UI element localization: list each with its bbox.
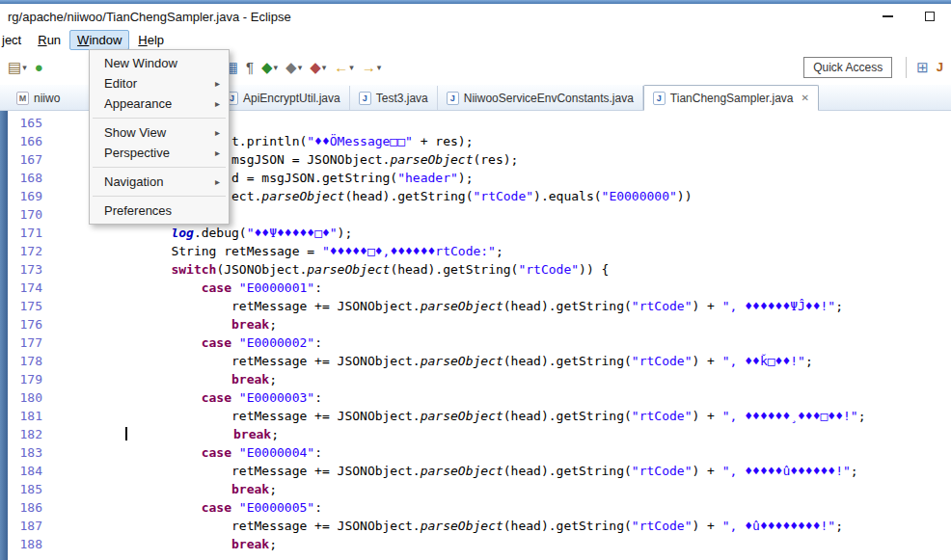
perspective-grid-icon: ⊞ — [916, 60, 929, 75]
code-line[interactable]: 187 retMessage += JSONObject.parseObject… — [0, 517, 951, 535]
quick-access-button[interactable]: Quick Access — [803, 57, 892, 78]
close-icon[interactable]: ✕ — [801, 93, 808, 103]
line-number: 165 — [8, 114, 52, 132]
code-line[interactable]: 172 String retMessage = "♦♦♦♦♦□♦,♦♦♦♦♦♦r… — [0, 242, 951, 260]
code-line[interactable]: 181 retMessage += JSONObject.parseObject… — [0, 407, 951, 425]
run-config-icon: ◆ — [261, 60, 273, 75]
menu-separator — [93, 167, 226, 168]
code-line[interactable]: 177 case "E0000002": — [0, 333, 951, 352]
debug-resume-icon: ● — [35, 60, 43, 75]
code-line[interactable]: 179 break; — [0, 370, 951, 388]
perspective-grid-icon[interactable]: ⊞ — [913, 58, 932, 77]
line-number: 173 — [8, 260, 52, 279]
java-perspective-icon[interactable]: J — [934, 58, 946, 77]
maximize-button[interactable] — [909, 4, 951, 29]
menubar-item-ject[interactable]: ject — [0, 30, 29, 50]
menubar-item-window[interactable]: Window — [69, 30, 129, 50]
back-arrow-icon: ← — [334, 60, 348, 75]
title-bar: rg/apache/niiwoo/TianChengSampler.java -… — [0, 4, 951, 29]
menu-item-label: Preferences — [104, 203, 220, 218]
line-number: 181 — [8, 407, 52, 425]
java-perspective-icon: J — [937, 60, 943, 75]
show-whitespace-icon: ¶ — [246, 60, 254, 75]
code-text: case "E0000004": — [58, 445, 322, 460]
tab-test3-java[interactable]: JTest3.java — [350, 86, 438, 110]
minimize-button[interactable] — [866, 4, 909, 29]
file-type-icon: J — [359, 92, 371, 105]
dropdown-arrow-icon: ▾ — [22, 63, 27, 72]
file-type-icon: M — [16, 92, 29, 105]
skip-breakpoints-icon[interactable]: ◆▾ — [283, 58, 305, 77]
menu-item-show-view[interactable]: Show View▸ — [91, 122, 228, 143]
tab-apiencryptutil-java[interactable]: JApiEncryptUtil.java — [217, 86, 350, 110]
skip-breakpoints-icon: ◆ — [285, 60, 297, 75]
line-number: 169 — [8, 187, 52, 205]
line-number: 174 — [8, 279, 52, 297]
new-wizard-icon: ▤ — [8, 60, 21, 75]
line-number: 187 — [8, 517, 52, 535]
forward-arrow-icon[interactable]: →▾ — [359, 58, 385, 77]
dropdown-arrow-icon: ▾ — [349, 63, 354, 72]
window-title: rg/apache/niiwoo/TianChengSampler.java -… — [0, 10, 291, 24]
coverage-icon[interactable]: ◆▾ — [307, 58, 329, 77]
line-number: 171 — [8, 224, 52, 242]
tab-niiwooserviceenvconstants-java[interactable]: JNiiwooServiceEnvConstants.java — [438, 86, 643, 110]
code-line[interactable]: 185 break; — [0, 480, 951, 498]
show-whitespace-icon[interactable]: ¶ — [243, 58, 257, 77]
toolbar-left-icons: ▤▾● — [4, 58, 47, 77]
code-line[interactable]: 173 switch(JSONObject.parseObject(head).… — [0, 260, 951, 279]
tab-label: niiwo — [34, 92, 60, 105]
code-text: break; — [58, 372, 277, 387]
code-line[interactable]: 175 retMessage += JSONObject.parseObject… — [0, 297, 951, 315]
menu-item-preferences[interactable]: Preferences — [91, 200, 228, 221]
code-text: case "E0000002": — [58, 335, 322, 350]
new-wizard-icon[interactable]: ▤▾ — [5, 58, 30, 77]
menu-item-editor[interactable]: Editor▸ — [91, 73, 228, 93]
line-number: 186 — [8, 498, 52, 517]
line-number: 178 — [8, 352, 52, 370]
toolbar-divider — [906, 57, 907, 78]
line-number: 168 — [8, 169, 52, 187]
line-number: 177 — [8, 333, 52, 352]
code-line[interactable]: 183 case "E0000004": — [0, 443, 951, 462]
menu-item-perspective[interactable]: Perspective▸ — [91, 143, 228, 163]
file-type-icon: J — [447, 92, 459, 105]
back-arrow-icon[interactable]: ←▾ — [331, 58, 357, 77]
tab-label: Test3.java — [376, 92, 428, 105]
menu-item-navigation[interactable]: Navigation▸ — [91, 172, 228, 192]
run-config-icon[interactable]: ◆▾ — [258, 58, 281, 77]
menu-item-label: Perspective — [104, 146, 215, 160]
minimize-icon — [883, 15, 893, 17]
code-line[interactable]: 184 retMessage += JSONObject.parseObject… — [0, 462, 951, 480]
line-number: 175 — [8, 297, 52, 315]
file-type-icon: J — [653, 92, 666, 105]
debug-resume-icon[interactable]: ● — [32, 58, 46, 77]
forward-arrow-icon: → — [362, 60, 376, 75]
code-line[interactable]: 180 case "E0000003": — [0, 388, 951, 407]
line-number: 188 — [8, 535, 52, 553]
menubar-item-run[interactable]: Run — [30, 30, 68, 50]
line-number: 183 — [8, 443, 52, 462]
menu-item-appearance[interactable]: Appearance▸ — [91, 93, 228, 114]
code-line[interactable]: 171 log.debug("♦♦Ψ♦♦♦♦♦□♦"); — [0, 224, 951, 242]
code-line[interactable]: 186 case "E0000005": — [0, 498, 951, 517]
menubar-item-help[interactable]: Help — [130, 30, 172, 50]
maximize-icon — [925, 12, 935, 21]
tab-label: TianChengSampler.java — [670, 92, 794, 105]
code-line[interactable]: 174 case "E0000001": — [0, 279, 951, 297]
code-line[interactable]: 176 break; — [0, 315, 951, 333]
line-number: 167 — [8, 150, 52, 169]
menu-item-label: New Window — [104, 56, 220, 70]
code-text: switch(JSONObject.parseObject(head).getS… — [58, 262, 609, 277]
line-number: 182 — [8, 425, 52, 443]
code-line[interactable]: 188 break; — [0, 535, 951, 553]
code-text: break; — [58, 482, 277, 496]
menu-item-new-window[interactable]: New Window — [91, 53, 228, 73]
code-line[interactable]: 182 break; — [0, 425, 951, 443]
submenu-arrow-icon: ▸ — [215, 98, 220, 109]
code-line[interactable]: 178 retMessage += JSONObject.parseObject… — [0, 352, 951, 370]
window-menu: New WindowEditor▸Appearance▸Show View▸Pe… — [89, 49, 230, 225]
code-text: retMessage += JSONObject.parseObject(hea… — [58, 519, 843, 533]
tab-tianchengsampler-java[interactable]: JTianChengSampler.java✕ — [643, 85, 819, 111]
submenu-arrow-icon: ▸ — [215, 127, 220, 138]
